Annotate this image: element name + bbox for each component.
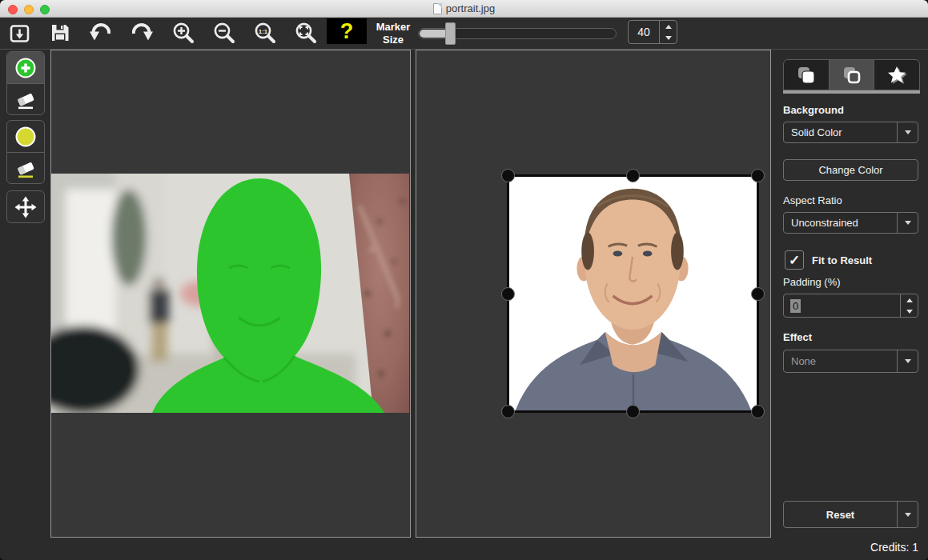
padding-down-button[interactable] [901,306,918,317]
marker-size-label: Marker Size [368,21,418,47]
tab-background[interactable] [829,60,874,90]
eraser-yellow-icon [14,156,38,180]
selection-handle-bottom-center[interactable] [626,405,640,418]
padding-up-button[interactable] [901,294,918,306]
minimize-button[interactable] [24,5,34,14]
help-button[interactable]: ? [327,18,367,44]
eraser-white-icon [14,87,38,111]
zoom-actual-size-button[interactable]: 1:1 [253,21,277,45]
marker-size-spinner: 40 [628,20,677,44]
titlebar: portrait.jpg [0,0,928,18]
selection-handle-top-center[interactable] [626,169,640,182]
selection-handle-top-right[interactable] [751,169,765,182]
down-arrow-icon [665,36,672,40]
foreground-marker-tool[interactable] [7,52,44,83]
green-plus-marker-icon [14,56,38,80]
credits-status: Credits: 1 [870,541,918,554]
result-image [509,177,757,410]
marker-tool-group [6,51,45,115]
aspect-ratio-dropdown[interactable]: Unconstrained [783,212,918,234]
foreground-eraser-tool[interactable] [7,83,44,114]
selection-handle-middle-left[interactable] [501,287,515,301]
move-tool[interactable] [7,191,44,222]
aspect-ratio-value: Unconstrained [784,217,897,229]
yellow-marker-tool[interactable] [7,121,44,152]
change-color-button[interactable]: Change Color [783,159,918,181]
redo-icon [130,21,154,45]
result-selection[interactable] [507,174,759,413]
padding-label: Padding (%) [783,276,918,288]
zoom-out-icon [212,21,236,45]
zoom-actual-size-icon: 1:1 [253,21,277,45]
aspect-ratio-label: Aspect Ratio [783,194,918,206]
effect-dropdown[interactable]: None [783,350,918,373]
effect-label: Effect [783,331,918,343]
sidebar-tabbar [783,59,920,90]
padding-value: 0 [790,299,801,313]
selection-handle-bottom-right[interactable] [751,405,765,418]
original-image[interactable] [51,174,409,413]
background-type-value: Solid Color [784,126,897,138]
zoom-out-button[interactable] [212,21,236,45]
background-type-dropdown[interactable]: Solid Color [783,122,918,143]
reset-button[interactable]: Reset [783,501,918,528]
dropdown-arrow [897,122,918,142]
fit-to-result-checkbox[interactable]: ✓ [785,250,804,270]
dropdown-arrow [897,350,918,372]
up-arrow-icon [906,298,913,302]
background-label: Background [783,104,918,116]
window-title: portrait.jpg [446,2,495,14]
svg-text:1:1: 1:1 [259,28,268,35]
redo-button[interactable] [130,21,154,45]
reset-label: Reset [784,502,897,527]
effect-value: None [784,355,897,367]
zoom-fit-button[interactable] [294,21,318,45]
help-label: ? [340,19,354,44]
selection-handle-middle-right[interactable] [751,287,765,301]
spinner-up-button[interactable] [660,21,677,32]
up-arrow-icon [665,25,672,29]
open-image-button[interactable] [8,21,32,45]
document-proxy-icon [433,3,442,14]
padding-input[interactable]: 0 [784,294,900,317]
slider-handle[interactable] [445,22,456,45]
undo-icon [89,21,113,45]
chevron-down-icon [905,513,911,517]
padding-spinner: 0 [783,294,918,318]
yellow-circle-marker-icon [14,125,38,149]
save-image-button[interactable] [48,21,72,45]
fit-to-result-label: Fit to Result [812,254,928,266]
checkmark-icon: ✓ [789,252,800,269]
move-tool-group [6,190,45,223]
tab-layers[interactable] [784,60,829,90]
down-arrow-icon [906,310,913,314]
zoom-in-icon [171,21,195,45]
layers-outline-icon [842,65,862,86]
selection-handle-bottom-left[interactable] [501,405,515,418]
move-arrows-icon [14,195,38,219]
yellow-tool-group [6,120,45,184]
layers-filled-icon [796,65,817,86]
undo-button[interactable] [89,21,113,45]
spinner-down-button[interactable] [660,32,677,43]
marker-size-slider[interactable] [418,28,617,39]
app-window: portrait.jpg [0,0,928,560]
chevron-down-icon [905,359,911,363]
chevron-down-icon [905,221,911,225]
marker-size-value[interactable]: 40 [629,21,659,43]
yellow-eraser-tool[interactable] [7,152,44,183]
chevron-down-icon [905,130,911,134]
star-icon [886,65,907,86]
zoom-fit-icon [294,21,318,45]
reset-dropdown-arrow[interactable] [897,502,918,527]
zoom-window-button[interactable] [40,5,50,14]
dropdown-arrow [897,213,918,233]
open-icon [8,21,32,45]
zoom-in-button[interactable] [171,21,195,45]
tab-effects[interactable] [874,60,919,90]
selection-handle-top-left[interactable] [501,169,515,182]
save-icon [48,21,72,45]
close-button[interactable] [8,5,18,14]
tab-underline [783,90,920,94]
